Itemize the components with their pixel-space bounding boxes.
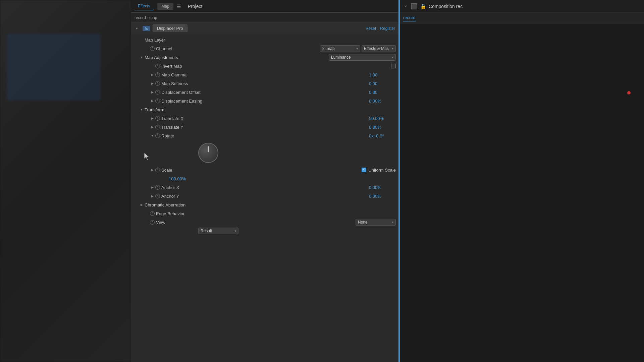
translate-y-chevron[interactable] — [150, 125, 155, 129]
effect-collapse-chevron[interactable] — [135, 26, 139, 31]
displacement-easing-row: Displacement Easing 0.00% — [131, 97, 398, 105]
anchor-y-value[interactable]: 0.00% — [369, 194, 396, 199]
anchor-y-label: Anchor Y — [161, 194, 369, 199]
right-panel-header: × 🔓 Composition rec — [400, 0, 644, 13]
transform-row: Transform — [131, 105, 398, 114]
right-panel-content — [400, 24, 644, 362]
displacement-offset-row: Displacement Offset 0.00 — [131, 88, 398, 97]
translate-x-row: Translate X 50.00% — [131, 114, 398, 123]
chromatic-aberration-row: Chromatic Aberration — [131, 200, 398, 209]
effect-name-button[interactable]: Displacer Pro — [153, 24, 187, 32]
anchor-x-chevron[interactable] — [150, 185, 155, 190]
translate-x-stopwatch[interactable] — [155, 116, 160, 121]
scale-chevron[interactable] — [150, 168, 155, 172]
translate-x-value[interactable]: 50.00% — [369, 116, 396, 121]
displacement-offset-label: Displacement Offset — [161, 90, 369, 95]
anchor-x-stopwatch[interactable] — [155, 185, 160, 190]
view-stopwatch[interactable] — [150, 220, 155, 225]
channel-dropdown2-wrapper: Effects & Mas — [362, 45, 396, 52]
composition-label: Composition rec — [429, 4, 463, 9]
translate-y-row: Translate Y 0.00% — [131, 123, 398, 131]
displacement-easing-stopwatch[interactable] — [155, 99, 160, 103]
map-softness-chevron[interactable] — [150, 81, 155, 86]
displacement-easing-value[interactable]: 0.00% — [369, 99, 396, 104]
left-background-panel — [0, 0, 131, 362]
chromatic-aberration-chevron[interactable] — [139, 202, 144, 207]
fx-badge: fx — [143, 26, 150, 31]
map-adjustments-label: Map Adjustments — [145, 55, 329, 60]
scale-value-row: Uniform Scale — [362, 168, 396, 173]
channel-dropdown1-wrapper: 2. map — [320, 45, 360, 52]
uniform-scale-label: Uniform Scale — [368, 168, 396, 173]
edge-behavior-label: Edge Behavior — [156, 211, 396, 216]
map-gamma-stopwatch[interactable] — [155, 72, 160, 77]
chromatic-aberration-label: Chromatic Aberration — [145, 202, 396, 207]
edge-behavior-stopwatch[interactable] — [150, 211, 155, 216]
properties-list: Map Layer Channel 2. map Effects & Mas — [131, 34, 398, 362]
right-panel: × 🔓 Composition rec record — [399, 0, 644, 362]
rotate-dial[interactable] — [198, 143, 218, 163]
map-gamma-chevron[interactable] — [150, 72, 155, 77]
view-dropdown1-wrapper: None — [356, 219, 396, 226]
rotate-dial-container — [131, 140, 398, 166]
map-adjustments-chevron[interactable] — [139, 55, 144, 60]
translate-x-label: Translate X — [161, 116, 369, 121]
translate-y-stopwatch[interactable] — [155, 125, 160, 129]
scale-row: Scale Uniform Scale — [131, 166, 398, 174]
square-icon[interactable] — [411, 3, 417, 9]
close-button[interactable]: × — [402, 3, 409, 9]
map-softness-stopwatch[interactable] — [155, 81, 160, 86]
effects-panel: Effects Map ☰ Project record · map fx Di… — [131, 0, 399, 362]
map-gamma-row: Map Gamma 1.00 — [131, 70, 398, 79]
view-dropdown2-wrapper: Result — [198, 228, 238, 234]
translate-x-chevron[interactable] — [150, 116, 155, 121]
channel-map-select[interactable]: 2. map — [320, 45, 360, 52]
project-label: Project — [188, 4, 203, 9]
luminance-select[interactable]: Luminance — [329, 54, 396, 61]
scale-value[interactable]: 100.00% — [169, 176, 196, 181]
anchor-y-chevron[interactable] — [150, 194, 155, 198]
map-adjustments-row: Map Adjustments Luminance — [131, 53, 398, 62]
transform-chevron[interactable] — [139, 107, 144, 112]
tab-map[interactable]: Map — [157, 3, 173, 10]
top-bar: Effects Map ☰ Project — [131, 0, 398, 13]
scale-stopwatch[interactable] — [155, 168, 160, 172]
invert-map-stopwatch[interactable] — [155, 64, 160, 68]
displacement-easing-chevron[interactable] — [150, 99, 155, 103]
record-tab: record — [400, 13, 644, 24]
invert-map-checkbox[interactable] — [391, 64, 396, 68]
anchor-y-stopwatch[interactable] — [155, 194, 160, 198]
view-label: View — [156, 220, 356, 225]
rotate-stopwatch[interactable] — [155, 133, 160, 138]
lock-icon[interactable]: 🔓 — [420, 3, 426, 9]
register-link[interactable]: Register — [380, 26, 395, 31]
anchor-x-label: Anchor X — [161, 185, 369, 190]
displacement-offset-chevron[interactable] — [150, 90, 155, 95]
rotate-chevron[interactable] — [150, 133, 155, 138]
channel-effects-select[interactable]: Effects & Mas — [362, 45, 396, 52]
map-gamma-value[interactable]: 1.00 — [369, 72, 396, 77]
channel-stopwatch[interactable] — [150, 46, 155, 51]
reset-link[interactable]: Reset — [366, 26, 376, 31]
edge-behavior-row: Edge Behavior — [131, 209, 398, 218]
effect-header: fx Displacer Pro Reset Register — [131, 23, 398, 34]
anchor-x-value[interactable]: 0.00% — [369, 185, 396, 190]
scale-value-row2: 100.00% — [131, 174, 398, 183]
uniform-scale-checkbox[interactable] — [362, 168, 366, 172]
rotate-value[interactable]: 0x+0.0° — [369, 133, 396, 138]
translate-y-value[interactable]: 0.00% — [369, 125, 396, 130]
view-result-select[interactable]: Result — [198, 228, 238, 234]
translate-y-label: Translate Y — [161, 125, 369, 130]
map-softness-label: Map Softness — [161, 81, 369, 86]
tab-effects[interactable]: Effects — [134, 2, 154, 10]
scale-label: Scale — [161, 168, 362, 173]
map-softness-value[interactable]: 0.00 — [369, 81, 396, 86]
view-none-select[interactable]: None — [356, 219, 396, 226]
record-tab-label[interactable]: record — [403, 15, 416, 21]
anchor-y-row: Anchor Y 0.00% — [131, 192, 398, 200]
channel-row: Channel 2. map Effects & Mas — [131, 44, 398, 53]
breadcrumb-bar: record · map — [131, 13, 398, 23]
displacement-offset-value[interactable]: 0.00 — [369, 90, 396, 95]
menu-icon[interactable]: ☰ — [177, 4, 181, 9]
displacement-offset-stopwatch[interactable] — [155, 90, 160, 95]
